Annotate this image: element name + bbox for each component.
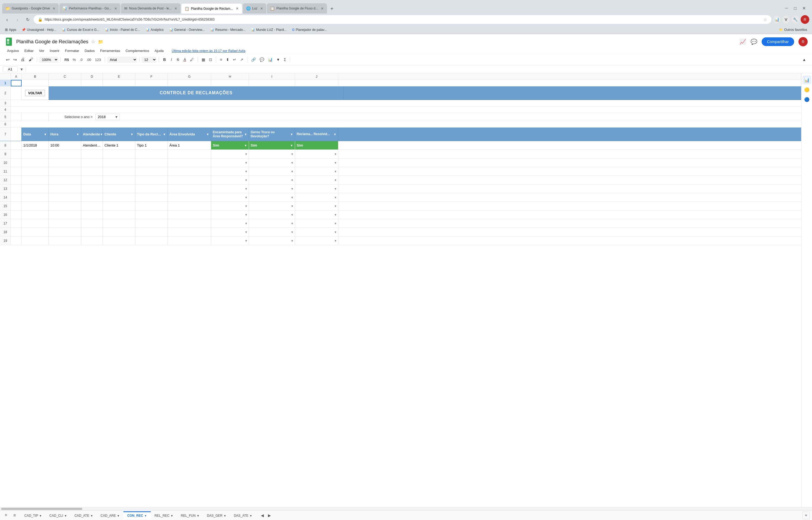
dropdown-arrow-icon[interactable]: ▼ xyxy=(334,222,337,225)
print-button[interactable]: 🖨 xyxy=(19,56,27,63)
cell-row16-col3[interactable] xyxy=(81,210,103,219)
side-icon-2[interactable]: 🟡 xyxy=(803,85,811,94)
cell-g1[interactable] xyxy=(168,80,211,86)
cell-f1[interactable] xyxy=(135,80,168,86)
row-num-3[interactable]: 3 xyxy=(0,100,11,106)
cell-row14-col4[interactable] xyxy=(103,193,135,202)
cell-row12-col9[interactable]: ▼ xyxy=(295,176,338,184)
reload-button[interactable]: ↻ xyxy=(23,15,32,24)
cell-row14-col9[interactable]: ▼ xyxy=(295,193,338,202)
sheet-tab-cad-ate[interactable]: CAD_ATE ▼ xyxy=(71,511,96,519)
cell-row18-col7[interactable]: ▼ xyxy=(211,228,249,236)
dropdown-arrow-icon[interactable]: ▼ xyxy=(334,205,337,208)
cell-row18-col5[interactable] xyxy=(135,228,168,236)
col-header-j[interactable]: J xyxy=(295,73,338,80)
tab-close[interactable]: ✕ xyxy=(236,6,239,10)
cell-row17-col6[interactable] xyxy=(168,219,211,228)
row-num-5[interactable]: 5 xyxy=(0,113,11,121)
redo-button[interactable]: ↪ xyxy=(12,56,19,63)
header-cell-cliente[interactable]: Cliente ▼ xyxy=(103,128,135,141)
wrap-button[interactable]: ↵ xyxy=(231,56,238,63)
sheet-tab-dropdown-cad-are[interactable]: ▼ xyxy=(117,514,120,517)
cell-row17-col9[interactable]: ▼ xyxy=(295,219,338,228)
col-header-k[interactable] xyxy=(338,73,801,80)
header-hora-filter[interactable]: ▼ xyxy=(76,133,79,136)
dropdown-arrow-icon[interactable]: ▼ xyxy=(291,187,294,190)
cell-row9-col1[interactable] xyxy=(22,150,49,158)
cell-row15-col4[interactable] xyxy=(103,202,135,210)
cell-row15-col9[interactable]: ▼ xyxy=(295,202,338,210)
cell-e8-cliente[interactable]: Cliente 1 xyxy=(103,141,135,150)
cell-row12-col6[interactable] xyxy=(168,176,211,184)
gerou-dropdown-icon[interactable]: ▼ xyxy=(290,144,293,147)
cell-row19-col0[interactable] xyxy=(11,236,22,245)
cell-b8-date[interactable]: 1/1/2018 xyxy=(22,141,49,150)
voltar-button[interactable]: VOLTAR xyxy=(25,90,45,96)
cell-row12-col7[interactable]: ▼ xyxy=(211,176,249,184)
cell-row17-col5[interactable] xyxy=(135,219,168,228)
dropdown-arrow-icon[interactable]: ▼ xyxy=(245,222,248,225)
cell-row15-col7[interactable]: ▼ xyxy=(211,202,249,210)
col-header-d[interactable]: D xyxy=(81,73,103,80)
cell-a2[interactable] xyxy=(11,86,22,100)
row-num-10[interactable]: 10 xyxy=(0,158,11,167)
highlight-color-button[interactable]: 🖊 xyxy=(188,56,195,63)
dropdown-arrow-icon[interactable]: ▼ xyxy=(245,196,248,199)
cell-row16-col8[interactable]: ▼ xyxy=(249,210,295,219)
bookmark-mundo-luz[interactable]: 📊 Mundo LUZ - Planil... xyxy=(249,27,289,32)
menu-formatar[interactable]: Formatar xyxy=(62,48,82,54)
dropdown-arrow-icon[interactable]: ▼ xyxy=(245,170,248,173)
cell-row17-col4[interactable] xyxy=(103,219,135,228)
sheet-tab-dropdown-das-ger[interactable]: ▼ xyxy=(224,514,226,517)
cell-row14-col6[interactable] xyxy=(168,193,211,202)
cell-g8-area[interactable]: Área 1 xyxy=(168,141,211,150)
cell-row10-col2[interactable] xyxy=(49,158,81,167)
cell-row19-col1[interactable] xyxy=(22,236,49,245)
cell-row13-col1[interactable] xyxy=(22,184,49,193)
cell-row14-col3[interactable] xyxy=(81,193,103,202)
cell-row16-col0[interactable] xyxy=(11,210,22,219)
dropdown-arrow-icon[interactable]: ▼ xyxy=(334,153,337,156)
sheet-tab-das-ate[interactable]: DAS_ATE ▼ xyxy=(230,511,256,519)
dropdown-arrow-icon[interactable]: ▼ xyxy=(245,205,248,208)
bookmark-apps[interactable]: ⊞ Apps xyxy=(3,27,19,32)
horizontal-scrollbar[interactable] xyxy=(0,507,812,510)
cell-row10-col1[interactable] xyxy=(22,158,49,167)
dropdown-arrow-icon[interactable]: ▼ xyxy=(291,179,294,182)
add-sheet-button[interactable]: + xyxy=(2,512,10,519)
address-bar[interactable]: 🔒 https://docs.google.com/spreadsheets/d… xyxy=(33,15,772,24)
menu-ver[interactable]: Ver xyxy=(36,48,47,54)
comments-icon[interactable]: 💬 xyxy=(751,38,757,45)
dropdown-arrow-icon[interactable]: ▼ xyxy=(334,161,337,164)
cell-a1[interactable] xyxy=(11,80,22,86)
bold-button[interactable]: B xyxy=(161,56,168,63)
menu-dados[interactable]: Dados xyxy=(82,48,97,54)
sheet-tab-cad-cli[interactable]: CAD_CLI ▼ xyxy=(46,511,71,519)
header-cell-data[interactable]: Data ▼ xyxy=(22,128,49,141)
cell-row19-col3[interactable] xyxy=(81,236,103,245)
cell-row11-col2[interactable] xyxy=(49,167,81,176)
sheet-scroll-right[interactable]: ▶ xyxy=(266,512,273,519)
header-tipo-filter[interactable]: ▼ xyxy=(163,133,166,136)
cell-row16-col4[interactable] xyxy=(103,210,135,219)
cell-row13-col3[interactable] xyxy=(81,184,103,193)
cell-row12-col4[interactable] xyxy=(103,176,135,184)
cell-i1[interactable] xyxy=(249,80,295,86)
sheet-tab-cad-are[interactable]: CAD_ARE ▼ xyxy=(97,511,124,519)
tab-performance[interactable]: 📊 Performance Planilhas - Go... ✕ xyxy=(59,3,120,14)
cell-row10-col5[interactable] xyxy=(135,158,168,167)
side-icon-3[interactable]: 🔵 xyxy=(803,95,811,104)
cell-row11-col1[interactable] xyxy=(22,167,49,176)
cell-row16-col6[interactable] xyxy=(168,210,211,219)
activity-icon[interactable]: 📈 xyxy=(739,38,746,45)
filter-button[interactable]: ▼ xyxy=(275,56,282,63)
strikethrough-button[interactable]: S xyxy=(175,56,181,63)
font-select[interactable]: Arial xyxy=(107,57,137,63)
cell-row11-col4[interactable] xyxy=(103,167,135,176)
cell-row17-col7[interactable]: ▼ xyxy=(211,219,249,228)
cell-row18-col2[interactable] xyxy=(49,228,81,236)
cell-row16-col7[interactable]: ▼ xyxy=(211,210,249,219)
cell-row11-col6[interactable] xyxy=(168,167,211,176)
cell-row13-col9[interactable]: ▼ xyxy=(295,184,338,193)
cell-row19-col7[interactable]: ▼ xyxy=(211,236,249,245)
